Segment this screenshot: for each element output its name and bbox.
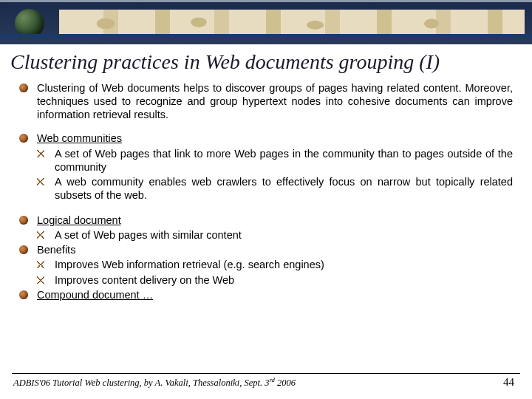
bullet-compound-document: Compound document … xyxy=(19,288,513,301)
sub-bullet-webcomm-2: A web community enables web crawlers to … xyxy=(37,175,513,202)
bullet-benefits: Benefits xyxy=(19,243,513,256)
page-number: 44 xyxy=(503,376,514,389)
compound-document-label: Compound document … xyxy=(37,289,153,301)
footer-suffix: 2006 xyxy=(275,378,296,388)
world-map-strip xyxy=(59,10,525,38)
bullet-intro: Clustering of Web documents helps to dis… xyxy=(19,81,513,121)
slide-title: Clustering practices in Web documents gr… xyxy=(10,50,522,74)
sub-bullet-benefits-2: Improves content delivery on the Web xyxy=(37,273,513,287)
sub-bullet-benefits-1: Improves Web information retrieval (e.g.… xyxy=(37,258,513,271)
logical-document-label: Logical document xyxy=(37,214,121,226)
slide-content: Clustering of Web documents helps to dis… xyxy=(0,81,532,301)
sub-bullet-webcomm-1: A set of Web pages that link to more Web… xyxy=(37,147,513,174)
footer-ordinal: rd xyxy=(269,376,274,383)
header-banner xyxy=(0,0,532,44)
footer-prefix: ADBIS'06 Tutorial Web clustering, by A. … xyxy=(13,378,269,388)
banner-underline xyxy=(0,34,532,38)
bullet-web-communities: Web communities xyxy=(19,132,513,145)
footer-divider xyxy=(12,373,520,374)
sub-bullet-logical-1: A set of Web pages with similar content xyxy=(37,228,513,242)
footer-text: ADBIS'06 Tutorial Web clustering, by A. … xyxy=(13,376,296,389)
bullet-logical-document: Logical document xyxy=(19,214,513,227)
web-communities-label: Web communities xyxy=(37,132,122,144)
